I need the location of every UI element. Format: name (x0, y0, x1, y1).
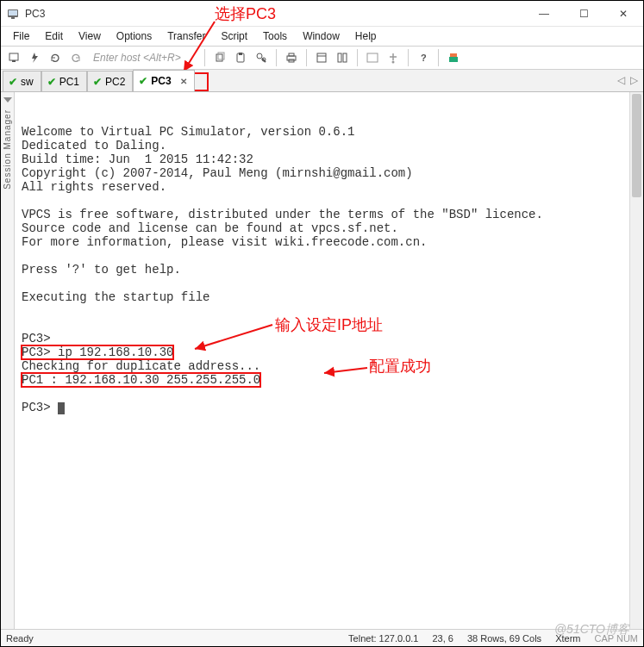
svg-rect-22 (449, 57, 458, 62)
status-size: 38 Rows, 69 Cols (467, 633, 541, 644)
svg-rect-18 (343, 53, 347, 62)
menu-window[interactable]: Window (296, 28, 347, 44)
toolbar: Enter host <Alt+R> ? (1, 46, 643, 70)
svg-rect-17 (338, 53, 341, 62)
svg-rect-23 (450, 53, 457, 57)
terminal-line: Source code and license can be found at … (22, 221, 398, 235)
status-term: Xterm (555, 633, 580, 644)
svg-point-9 (257, 53, 262, 59)
menu-file[interactable]: File (6, 28, 36, 44)
terminal-prompt: PC3> (22, 401, 65, 414)
terminal-line: Build time: Jun 1 2015 11:42:32 (22, 152, 253, 166)
menu-options[interactable]: Options (109, 28, 159, 44)
tabstrip: ✔ sw ✔ PC1 ✔ PC2 ✔ PC3 ✕ ◁ ▷ (1, 70, 643, 92)
terminal-line: Copyright (c) 2007-2014, Paul Meng (mirn… (22, 166, 413, 180)
terminal-line: Welcome to Virtual PC Simulator, version… (22, 125, 354, 139)
properties-icon[interactable] (312, 48, 331, 67)
status-caps: CAP NUM (594, 633, 638, 644)
session-manager-sidebar[interactable]: Session Manager (1, 92, 15, 629)
svg-rect-1 (9, 10, 17, 16)
svg-rect-13 (289, 53, 294, 56)
svg-rect-19 (367, 53, 378, 62)
sidebar-label: Session Manager (3, 109, 12, 190)
status-ready: Ready (6, 633, 34, 644)
tab-prev-icon[interactable]: ◁ (617, 74, 625, 86)
close-tab-icon[interactable]: ✕ (180, 77, 187, 86)
chevron-icon (3, 97, 12, 104)
app-icon (6, 7, 20, 21)
scrollbar-thumb[interactable] (632, 94, 641, 197)
terminal-line: All rights reserved. (22, 180, 166, 194)
svg-rect-4 (12, 60, 16, 62)
svg-point-20 (392, 61, 395, 64)
svg-rect-8 (239, 53, 242, 55)
terminal-line: Executing the startup file (22, 290, 209, 304)
svg-rect-6 (218, 53, 224, 59)
tab-label: PC3 (151, 75, 171, 87)
reconnect-all-icon[interactable] (66, 48, 85, 67)
quick-connect-icon[interactable] (25, 48, 44, 67)
tab-label: sw (21, 76, 34, 88)
cursor-icon (58, 402, 65, 414)
tab-next-icon[interactable]: ▷ (630, 74, 638, 86)
reconnect-icon[interactable] (46, 48, 65, 67)
window-title: PC3 (25, 8, 524, 20)
terminal[interactable]: Welcome to Virtual PC Simulator, version… (22, 97, 628, 629)
activator-icon[interactable] (444, 48, 463, 67)
svg-rect-15 (317, 53, 326, 62)
terminal-line: Checking for duplicate address... (22, 359, 260, 373)
menu-tools[interactable]: Tools (256, 28, 294, 44)
menu-transfer[interactable]: Transfer (160, 28, 212, 44)
check-icon: ✔ (47, 76, 56, 88)
find-icon[interactable] (252, 48, 271, 67)
terminal-line: VPCS is free software, distributed under… (22, 208, 543, 221)
terminal-line: Dedicated to Daling. (22, 139, 166, 152)
terminal-line: Press '?' to get help. (22, 263, 181, 277)
check-icon: ✔ (139, 75, 147, 87)
svg-rect-3 (9, 53, 18, 60)
toggle-a-icon[interactable] (363, 48, 382, 67)
status-cursor-pos: 23, 6 (432, 633, 453, 644)
minimize-button[interactable]: — (524, 1, 564, 27)
paste-icon[interactable] (231, 48, 250, 67)
tab-label: PC2 (105, 76, 125, 88)
maximize-button[interactable]: ☐ (564, 1, 603, 27)
menu-bar: File Edit View Options Transfer Script T… (1, 27, 643, 46)
menu-view[interactable]: View (72, 28, 108, 44)
status-connection: Telnet: 127.0.0.1 (348, 633, 418, 644)
svg-rect-5 (216, 54, 222, 61)
vertical-scrollbar[interactable] (629, 92, 643, 629)
menu-script[interactable]: Script (214, 28, 254, 44)
copy-icon[interactable] (210, 48, 229, 67)
terminal-line: PC3> (22, 332, 51, 345)
svg-text:?: ? (421, 53, 427, 63)
terminal-line-result: PC1 : 192.168.10.30 255.255.255.0 (22, 373, 260, 387)
close-button[interactable]: ✕ (603, 1, 643, 27)
help-icon[interactable]: ? (414, 48, 433, 67)
status-bar: Ready Telnet: 127.0.0.1 23, 6 38 Rows, 6… (1, 629, 643, 646)
terminal-line: For more information, please visit wiki.… (22, 235, 427, 249)
tab-pc2[interactable]: ✔ PC2 (87, 71, 133, 91)
check-icon: ✔ (9, 76, 17, 88)
menu-edit[interactable]: Edit (38, 28, 70, 44)
session-options-icon[interactable] (333, 48, 352, 67)
tab-pc3[interactable]: ✔ PC3 ✕ (133, 70, 194, 91)
tab-pc1[interactable]: ✔ PC1 (41, 71, 87, 91)
menu-help[interactable]: Help (348, 28, 384, 44)
host-input[interactable]: Enter host <Alt+R> (87, 49, 199, 66)
terminal-line-ip-cmd: PC3> ip 192.168.10.30 (22, 345, 173, 359)
svg-rect-2 (11, 17, 15, 19)
print-icon[interactable] (282, 48, 301, 67)
tab-label: PC1 (59, 76, 79, 88)
tab-sw[interactable]: ✔ sw (3, 71, 41, 91)
connect-icon[interactable] (4, 48, 23, 67)
check-icon: ✔ (93, 76, 102, 88)
toggle-b-icon[interactable] (384, 48, 403, 67)
